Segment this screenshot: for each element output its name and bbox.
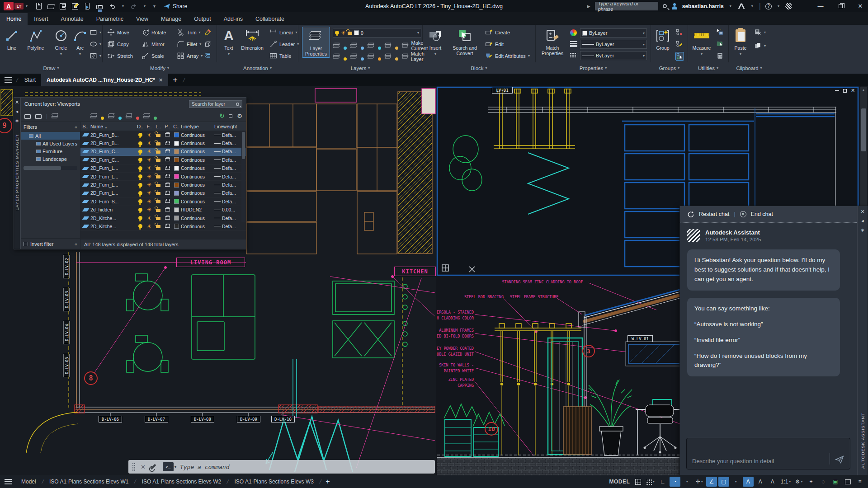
ribbon-tab[interactable]: Insert — [28, 13, 54, 25]
search-expand-icon[interactable]: ▶ — [587, 4, 590, 9]
panel-label-groups[interactable]: Groups — [651, 62, 688, 74]
layer-color-swatch[interactable] — [174, 174, 179, 179]
filter-tree-item[interactable]: Landscape — [21, 155, 80, 163]
new-layer-vp-frozen-button[interactable] — [108, 111, 122, 121]
customization-menu-icon[interactable]: ≡ — [854, 477, 865, 487]
layer-on-icon[interactable] — [138, 133, 142, 137]
autodesk-dropdown[interactable]: ▾ — [751, 4, 753, 8]
command-close-icon[interactable]: ✕ — [141, 464, 146, 470]
fillet-button[interactable]: Fillet▾ — [177, 40, 201, 48]
trim-button[interactable]: Trim▾ — [177, 28, 201, 36]
layer-freeze-icon[interactable]: ☀ — [147, 216, 152, 221]
layer-color-swatch[interactable] — [174, 166, 179, 171]
layer-color-swatch[interactable] — [174, 141, 179, 146]
undo-dropdown[interactable]: ▾ — [122, 4, 124, 8]
collapse-filters-icon[interactable]: « — [75, 124, 77, 130]
user-dropdown[interactable]: ▾ — [730, 4, 731, 8]
layer-plot-icon[interactable] — [165, 133, 170, 136]
layer-lock-icon[interactable] — [156, 192, 160, 195]
new-file-button[interactable] — [35, 3, 42, 10]
layer-freeze-icon[interactable]: ☀ — [147, 224, 152, 229]
drawing-close-icon[interactable]: ✕ — [851, 88, 855, 94]
command-customize-icon[interactable] — [151, 464, 156, 470]
layer-plot-icon[interactable] — [165, 142, 170, 145]
text-button[interactable]: AText▾ — [221, 28, 237, 56]
polar-dropdown[interactable]: ▾ — [682, 477, 693, 487]
filters-scrollbar[interactable] — [24, 166, 77, 170]
layer-isolate-button[interactable] — [351, 41, 364, 51]
assistant-input[interactable]: Describe your question in detail — [686, 438, 850, 469]
search-convert-button[interactable]: Search and Convert — [447, 28, 482, 56]
layer-on-icon[interactable] — [138, 158, 142, 162]
layer-unlock-button[interactable] — [385, 52, 398, 61]
restore-button[interactable] — [833, 0, 848, 12]
osnap-dropdown[interactable]: ▾ — [731, 477, 741, 487]
panel-label-annotation[interactable]: Annotation — [217, 62, 298, 74]
layer-row[interactable]: 2D_Furn_B... ☀ Continuous Defa... — [80, 139, 246, 147]
search-input[interactable]: Type a keyword or phrase — [595, 2, 658, 10]
redo-dropdown[interactable]: ▾ — [144, 4, 146, 8]
layer-lock-icon[interactable] — [156, 225, 160, 228]
layer-color-swatch[interactable] — [174, 132, 179, 137]
delete-layer-button[interactable] — [126, 111, 139, 121]
layer-lock-button[interactable] — [385, 41, 398, 51]
linear-button[interactable]: Linear▾ — [269, 28, 297, 36]
close-button[interactable]: ✕ — [853, 0, 868, 12]
rotate-button[interactable]: Rotate — [142, 28, 166, 36]
qat-customize-dropdown[interactable]: ▾ — [153, 4, 156, 9]
copy-clip-button[interactable]: ▾ — [754, 42, 766, 50]
group-selection-toggle[interactable] — [675, 52, 684, 61]
layer-list-scrollbar[interactable] — [241, 131, 245, 222]
edit-attributes-button[interactable]: Edit Attributes▾ — [485, 52, 530, 60]
dimension-button[interactable]: Dimension — [238, 28, 267, 51]
hardware-acceleration-icon[interactable]: ▣ — [830, 477, 841, 487]
layer-lock-icon[interactable] — [156, 184, 160, 187]
ribbon-tab[interactable]: Collaborate — [249, 13, 291, 25]
panel-label-modify[interactable]: Modify — [103, 62, 217, 74]
layer-freeze-icon[interactable]: ☀ — [147, 157, 152, 163]
layer-on-icon[interactable] — [138, 141, 142, 145]
layer-row[interactable]: 2D_Furn_S... ☀ Continuous Defa... — [80, 197, 246, 206]
layer-row[interactable]: 2D_Furn_B... ☀ Continuous Defa... — [80, 131, 246, 139]
new-drawing-button[interactable]: + — [168, 75, 182, 85]
polyline-button[interactable]: Polyline — [22, 28, 50, 51]
set-current-button[interactable] — [144, 111, 157, 121]
mirror-button[interactable]: Mirror — [142, 40, 165, 48]
layer-search-input[interactable]: Search for layer — [189, 100, 242, 108]
filter-tree-item[interactable]: All Used Layers — [21, 140, 80, 147]
minimize-button[interactable]: — — [813, 0, 828, 12]
polar-tracking-toggle[interactable]: ◔ — [670, 477, 680, 487]
open-button[interactable] — [47, 3, 55, 10]
panel-label-properties[interactable]: Properties — [536, 62, 651, 74]
layer-color-swatch[interactable] — [174, 216, 179, 221]
layer-on-icon[interactable] — [138, 174, 142, 178]
ribbon-tab[interactable]: Annotate — [55, 13, 90, 25]
drawing-restore-icon[interactable] — [843, 89, 847, 93]
copy-button[interactable]: Copy — [107, 40, 129, 48]
hatch-button[interactable]: ▾ — [90, 52, 101, 60]
layer-row[interactable]: 2d_hidden ☀ HIDDEN2 0.00... — [80, 206, 246, 214]
palette-properties-icon[interactable]: ∗ — [15, 118, 19, 124]
scale-button[interactable]: Scale — [142, 52, 164, 60]
layer-lock-icon[interactable] — [156, 209, 160, 212]
cut-button[interactable]: ▾ — [754, 28, 766, 36]
group-edit-button[interactable] — [675, 40, 683, 48]
group-button[interactable]: Group — [653, 28, 673, 51]
layer-plot-icon[interactable] — [165, 183, 170, 187]
layer-lock-icon[interactable] — [156, 175, 160, 178]
share-button[interactable]: Share — [163, 3, 187, 10]
layer-color-swatch[interactable] — [174, 149, 179, 154]
insert-button[interactable]: Insert▾ — [425, 28, 445, 56]
close-tab-icon[interactable]: ✕ — [159, 77, 163, 83]
layer-plot-icon[interactable] — [165, 150, 170, 153]
redo-button[interactable] — [130, 3, 137, 10]
layer-on-icon[interactable] — [138, 224, 142, 228]
workspace-gear-icon[interactable]: ⚙▾ — [793, 477, 804, 487]
layer-row[interactable]: 2D_Furn_C... ☀ Continuous Defa... — [80, 148, 246, 156]
explode-button[interactable] — [204, 40, 212, 48]
palette-autohide-icon[interactable]: ◄ — [15, 109, 19, 114]
palette-close-icon[interactable]: ✕ — [15, 99, 19, 105]
ribbon-tab[interactable]: Output — [188, 13, 217, 25]
layer-color-swatch[interactable] — [174, 199, 179, 204]
paste-button[interactable]: Paste▾ — [731, 28, 750, 56]
